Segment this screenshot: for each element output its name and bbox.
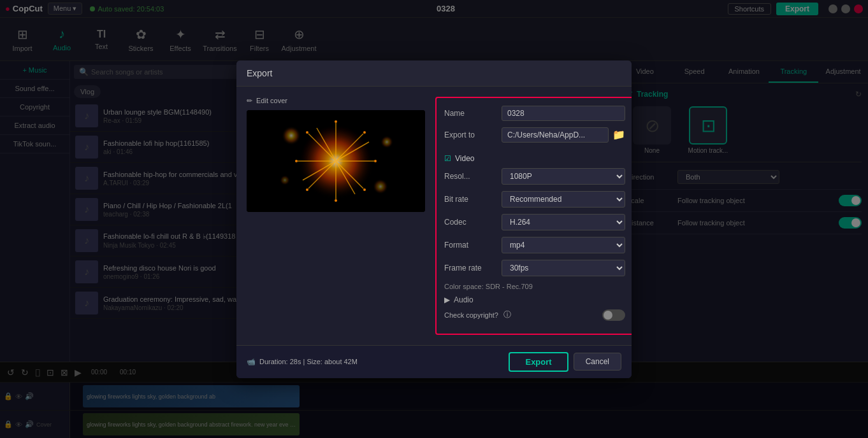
export-modal: Export ✏ Edit cover bbox=[236, 60, 632, 378]
bitrate-row: Bit rate Recommended bbox=[444, 191, 625, 208]
name-input[interactable] bbox=[502, 106, 625, 121]
bitrate-label: Bit rate bbox=[444, 195, 502, 204]
video-checkbox[interactable]: ☑ bbox=[444, 154, 451, 163]
copyright-info-icon[interactable]: ⓘ bbox=[503, 309, 511, 320]
fireworks-svg bbox=[247, 110, 425, 212]
edit-cover-button[interactable]: ✏ Edit cover bbox=[247, 97, 425, 105]
resolution-label: Resol... bbox=[444, 172, 502, 181]
svg-point-21 bbox=[363, 131, 366, 134]
audio-expand-icon[interactable]: ▶ bbox=[444, 295, 450, 304]
svg-point-18 bbox=[374, 160, 377, 162]
cancel-button[interactable]: Cancel bbox=[574, 353, 621, 371]
format-select[interactable]: mp4 bbox=[502, 237, 625, 253]
codec-select[interactable]: H.264 bbox=[502, 214, 625, 230]
svg-point-16 bbox=[335, 199, 337, 202]
modal-footer: 📹 Duration: 28s | Size: about 42M Export… bbox=[236, 345, 632, 378]
video-label: Video bbox=[455, 154, 474, 163]
modal-body: ✏ Edit cover bbox=[236, 87, 632, 345]
bitrate-select[interactable]: Recommended bbox=[502, 191, 625, 208]
check-copyright-label: Check copyright? bbox=[444, 311, 498, 319]
format-label: Format bbox=[444, 241, 502, 250]
settings-border: Name Export to 📁 ☑ Video bbox=[435, 97, 632, 335]
copyright-toggle[interactable] bbox=[602, 309, 625, 321]
folder-button[interactable]: 📁 bbox=[612, 129, 625, 141]
duration-text: Duration: 28s | Size: about 42M bbox=[259, 358, 358, 365]
modal-settings: Name Export to 📁 ☑ Video bbox=[435, 97, 632, 335]
audio-section: ▶ Audio bbox=[444, 295, 625, 304]
svg-point-26 bbox=[280, 175, 290, 185]
resolution-row: Resol... 1080P bbox=[444, 168, 625, 185]
svg-point-24 bbox=[373, 179, 388, 194]
modal-preview: ✏ Edit cover bbox=[247, 97, 425, 335]
svg-point-15 bbox=[335, 120, 337, 123]
edit-icon: ✏ bbox=[247, 97, 252, 105]
audio-header: ▶ Audio bbox=[444, 295, 625, 304]
framerate-label: Frame rate bbox=[444, 264, 502, 272]
svg-point-22 bbox=[306, 188, 308, 191]
framerate-row: Frame rate 30fps bbox=[444, 260, 625, 276]
modal-overlay: Export ✏ Edit cover bbox=[0, 0, 868, 438]
codec-row: Codec H.264 bbox=[444, 214, 625, 230]
modal-title: Export bbox=[247, 68, 272, 78]
video-section-header: ☑ Video bbox=[444, 154, 625, 163]
export-main-button[interactable]: Export bbox=[509, 352, 568, 372]
svg-point-20 bbox=[363, 188, 366, 191]
footer-info: 📹 Duration: 28s | Size: about 42M bbox=[247, 358, 503, 366]
export-path-input[interactable] bbox=[502, 127, 609, 143]
export-to-row: Export to 📁 bbox=[444, 127, 625, 143]
svg-point-17 bbox=[295, 160, 298, 162]
color-space-text: Color space: SDR - Rec.709 bbox=[444, 283, 625, 290]
resolution-select[interactable]: 1080P bbox=[502, 168, 625, 185]
duration-icon: 📹 bbox=[247, 358, 256, 366]
codec-label: Codec bbox=[444, 218, 502, 227]
name-row: Name bbox=[444, 106, 625, 121]
export-to-label: Export to bbox=[444, 131, 502, 139]
svg-point-25 bbox=[380, 136, 393, 148]
check-copyright-row: Check copyright? ⓘ bbox=[444, 304, 625, 326]
modal-header: Export bbox=[236, 60, 632, 87]
svg-point-19 bbox=[306, 131, 308, 134]
name-label: Name bbox=[444, 109, 502, 118]
audio-label: Audio bbox=[454, 295, 474, 304]
svg-point-23 bbox=[282, 126, 301, 145]
format-row: Format mp4 bbox=[444, 237, 625, 253]
framerate-select[interactable]: 30fps bbox=[502, 260, 625, 276]
preview-thumbnail bbox=[247, 110, 425, 212]
